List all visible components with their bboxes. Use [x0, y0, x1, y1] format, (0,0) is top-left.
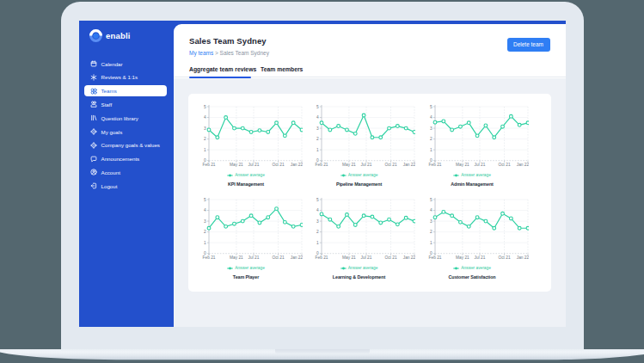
svg-text:Jul 21: Jul 21 — [361, 255, 372, 260]
svg-text:May 21: May 21 — [230, 163, 243, 167]
svg-text:Jul 21: Jul 21 — [248, 255, 259, 260]
svg-text:Oct 21: Oct 21 — [384, 163, 396, 167]
svg-text:Oct 21: Oct 21 — [384, 255, 396, 260]
svg-text:5: 5 — [429, 105, 432, 109]
svg-text:Feb 21: Feb 21 — [316, 255, 328, 260]
svg-text:Oct 21: Oct 21 — [272, 255, 284, 260]
svg-text:Feb 21: Feb 21 — [428, 255, 441, 260]
svg-text:4: 4 — [429, 208, 432, 212]
svg-text:2: 2 — [429, 137, 432, 141]
svg-text:Feb 21: Feb 21 — [202, 163, 215, 167]
svg-text:3: 3 — [429, 126, 432, 131]
svg-text:1: 1 — [429, 148, 432, 152]
svg-text:5: 5 — [316, 198, 319, 202]
svg-text:4: 4 — [316, 208, 319, 212]
svg-text:Jan 22: Jan 22 — [516, 163, 528, 167]
svg-text:Feb 21: Feb 21 — [316, 163, 328, 167]
svg-text:3: 3 — [316, 219, 319, 224]
svg-text:5: 5 — [203, 105, 205, 109]
svg-text:5: 5 — [203, 198, 205, 202]
svg-text:2: 2 — [316, 230, 319, 234]
svg-text:4: 4 — [203, 115, 205, 120]
svg-text:Jan 22: Jan 22 — [403, 255, 415, 260]
svg-text:4: 4 — [316, 115, 319, 120]
svg-text:May 21: May 21 — [230, 255, 243, 260]
svg-text:May 21: May 21 — [456, 255, 469, 260]
svg-text:3: 3 — [429, 219, 432, 224]
svg-text:Feb 21: Feb 21 — [428, 163, 441, 167]
svg-text:1: 1 — [203, 241, 205, 245]
svg-text:Jul 21: Jul 21 — [474, 163, 485, 167]
svg-text:Jan 22: Jan 22 — [403, 163, 415, 167]
svg-text:3: 3 — [203, 126, 205, 131]
svg-text:Jan 22: Jan 22 — [516, 255, 528, 260]
svg-text:2: 2 — [203, 230, 205, 234]
svg-text:Oct 21: Oct 21 — [498, 255, 510, 260]
svg-text:5: 5 — [429, 198, 432, 202]
svg-text:3: 3 — [316, 126, 319, 131]
svg-text:4: 4 — [203, 208, 205, 212]
svg-text:Oct 21: Oct 21 — [272, 163, 284, 167]
svg-text:Jan 22: Jan 22 — [290, 255, 302, 260]
svg-text:Jan 22: Jan 22 — [290, 163, 302, 167]
svg-text:Jul 21: Jul 21 — [361, 163, 372, 167]
svg-text:Jul 21: Jul 21 — [474, 255, 485, 260]
svg-text:5: 5 — [316, 105, 319, 109]
svg-text:1: 1 — [203, 148, 205, 152]
svg-text:2: 2 — [203, 137, 205, 141]
svg-text:May 21: May 21 — [342, 163, 356, 167]
svg-text:1: 1 — [316, 148, 319, 152]
svg-text:Jul 21: Jul 21 — [248, 163, 259, 167]
svg-text:2: 2 — [316, 137, 319, 141]
svg-text:Oct 21: Oct 21 — [498, 163, 510, 167]
svg-text:3: 3 — [203, 219, 205, 224]
svg-text:2: 2 — [429, 230, 432, 234]
svg-text:1: 1 — [316, 241, 319, 245]
svg-text:May 21: May 21 — [342, 255, 356, 260]
svg-text:May 21: May 21 — [456, 163, 469, 167]
svg-text:Feb 21: Feb 21 — [202, 255, 215, 260]
svg-text:4: 4 — [429, 115, 432, 120]
svg-text:1: 1 — [429, 241, 432, 245]
